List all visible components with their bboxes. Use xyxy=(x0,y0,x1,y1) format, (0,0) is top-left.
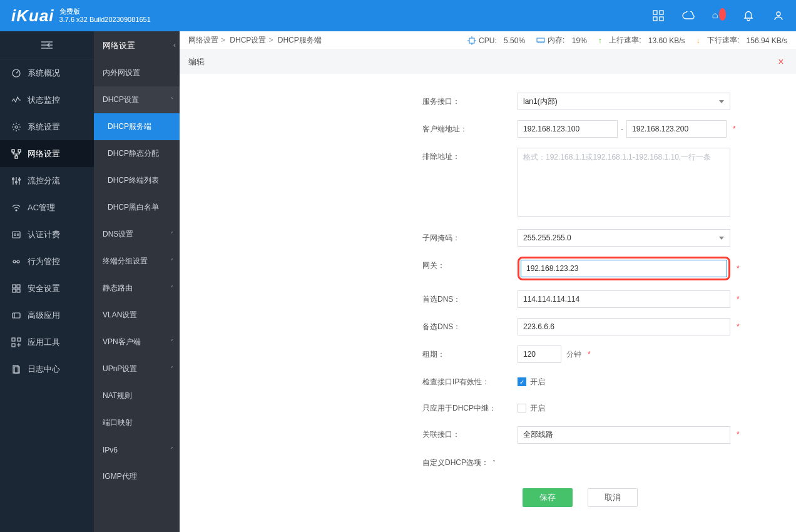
sub-label: VPN客户端 xyxy=(103,337,141,347)
bell-icon[interactable] xyxy=(742,9,755,22)
sub-child-dhcp-clients[interactable]: DHCP终端列表 xyxy=(94,167,180,194)
shield-icon xyxy=(11,284,21,294)
edition-label: 免费版 xyxy=(59,8,151,16)
tools-icon xyxy=(11,337,21,347)
nav-item-overview[interactable]: 系统概况 xyxy=(0,59,94,86)
nav-item-flow[interactable]: 流控分流 xyxy=(0,167,94,194)
sub-item-group[interactable]: 终端分组设置˅ xyxy=(94,248,180,275)
cancel-button[interactable]: 取消 xyxy=(588,488,638,507)
sub-item-dhcp[interactable]: DHCP设置˄ xyxy=(94,86,180,113)
sub-item-ipv6[interactable]: IPv6˅ xyxy=(94,436,180,463)
custom-label[interactable]: 自定义DHCP选项：˅ xyxy=(180,454,518,472)
svg-rect-38 xyxy=(469,38,474,43)
nav-item-behavior[interactable]: 行为管控 xyxy=(0,248,94,275)
nav-label: 状态监控 xyxy=(28,95,60,106)
nav-label: 认证计费 xyxy=(28,229,60,240)
exclude-textarea[interactable] xyxy=(518,148,730,217)
cpu-metric: CPU: 5.50% xyxy=(467,36,525,45)
nav-collapse-toggle[interactable] xyxy=(0,31,94,59)
secondary-nav-title: 网络设置 xyxy=(94,31,180,59)
relay-checkbox[interactable] xyxy=(518,404,526,412)
nav-label: 网络设置 xyxy=(28,148,60,160)
sub-item-vpn[interactable]: VPN客户端˅ xyxy=(94,329,180,356)
sub-child-label: DHCP服务端 xyxy=(108,121,151,132)
assoc-input[interactable] xyxy=(518,426,730,444)
primary-nav: 系统概况 状态监控 系统设置 网络设置 流控分流 AC管理 认证计费 行为管控 … xyxy=(0,31,94,532)
build-label: 3.7.6 x32 Build202309081651 xyxy=(59,16,151,24)
secondary-nav: 网络设置 ‹ 内外网设置 DHCP设置˄ DHCP服务端 DHCP静态分配 DH… xyxy=(94,31,180,532)
flow-icon xyxy=(11,176,21,186)
sub-item-upnp[interactable]: UPnP设置˅ xyxy=(94,356,180,382)
logo-text: iKuai xyxy=(11,6,54,26)
svg-point-25 xyxy=(17,260,19,263)
sub-item-nat[interactable]: NAT规则 xyxy=(94,382,180,409)
nav-label: AC管理 xyxy=(28,202,55,213)
nav-item-tools[interactable]: 应用工具 xyxy=(0,329,94,356)
checkip-text: 开启 xyxy=(530,377,545,387)
cpu-label: CPU: xyxy=(479,36,497,45)
sub-item-vlan[interactable]: VLAN设置 xyxy=(94,302,180,329)
nav-item-system[interactable]: 系统设置 xyxy=(0,113,94,140)
close-icon[interactable]: × xyxy=(775,56,787,68)
svg-rect-33 xyxy=(12,338,15,341)
sub-item-wan[interactable]: 内外网设置 xyxy=(94,59,180,86)
dns2-input[interactable] xyxy=(518,318,730,335)
svg-point-9 xyxy=(15,126,18,128)
sub-item-route[interactable]: 静态路由˅ xyxy=(94,275,180,302)
cpu-value: 5.50% xyxy=(504,36,525,45)
nav-item-advanced[interactable]: 高级应用 xyxy=(0,302,94,329)
behavior-icon xyxy=(11,257,21,267)
down-label: 下行速率: xyxy=(707,35,739,46)
chevron-down-icon: ˅ xyxy=(170,366,173,372)
version-info: 免费版 3.7.6 x32 Build202309081651 xyxy=(59,8,151,24)
lease-input[interactable] xyxy=(518,345,561,363)
up-label: 上行速率: xyxy=(609,35,641,46)
nav-item-log[interactable]: 日志中心 xyxy=(0,356,94,382)
sub-item-igmp[interactable]: IGMP代理 xyxy=(94,463,180,490)
secondary-nav-collapse-icon[interactable]: ‹ xyxy=(173,41,176,49)
breadcrumb-item[interactable]: DHCP设置 xyxy=(230,36,266,44)
sub-child-label: DHCP终端列表 xyxy=(108,175,159,186)
client-end-input[interactable] xyxy=(626,120,727,138)
gateway-highlight xyxy=(518,257,730,280)
sub-item-dns[interactable]: DNS设置˅ xyxy=(94,221,180,248)
mem-label: 内存: xyxy=(548,35,564,46)
user-icon[interactable] xyxy=(772,9,785,22)
breadcrumb-item[interactable]: DHCP服务端 xyxy=(278,36,322,44)
dashboard-icon xyxy=(11,68,21,78)
svg-rect-0 xyxy=(653,11,657,14)
sub-child-dhcp-bwlist[interactable]: DHCP黑白名单 xyxy=(94,194,180,221)
gateway-input[interactable] xyxy=(521,260,727,277)
iface-select[interactable] xyxy=(518,93,730,110)
dns1-input[interactable] xyxy=(518,290,730,308)
nav-item-status[interactable]: 状态监控 xyxy=(0,86,94,113)
custom-label-text: 自定义DHCP选项： xyxy=(422,458,489,467)
home-icon[interactable] xyxy=(712,9,725,22)
nav-item-network[interactable]: 网络设置 xyxy=(0,140,94,167)
save-button[interactable]: 保存 xyxy=(523,488,573,507)
dns2-label: 备选DNS： xyxy=(180,318,518,335)
sub-child-dhcp-static[interactable]: DHCP静态分配 xyxy=(94,140,180,167)
mask-select[interactable] xyxy=(518,229,730,247)
svg-rect-29 xyxy=(13,289,16,292)
gw-label: 网关： xyxy=(180,257,518,274)
client-start-input[interactable] xyxy=(518,120,618,138)
edit-title: 编辑 xyxy=(188,56,205,68)
sub-child-dhcp-server[interactable]: DHCP服务端 xyxy=(94,113,180,140)
arrow-down-icon: ↓ xyxy=(696,36,700,45)
sub-item-portmap[interactable]: 端口映射 xyxy=(94,409,180,436)
status-metrics: CPU: 5.50% 内存: 19% ↑ 上行速率: 13.60 KB/s ↓ … xyxy=(467,35,787,46)
lease-unit: 分钟 xyxy=(566,350,581,359)
svg-rect-30 xyxy=(17,289,20,292)
breadcrumb-item[interactable]: 网络设置 xyxy=(188,36,218,44)
checkip-checkbox[interactable]: ✓ xyxy=(518,377,526,386)
download-metric: ↓ 下行速率: 156.94 KB/s xyxy=(696,35,787,46)
apps-icon[interactable] xyxy=(652,9,665,22)
nav-item-auth[interactable]: 认证计费 xyxy=(0,221,94,248)
chevron-down-icon: ˅ xyxy=(170,231,173,238)
cloud-icon[interactable] xyxy=(682,9,695,22)
down-value: 156.94 KB/s xyxy=(747,36,787,45)
nav-label: 系统设置 xyxy=(28,121,60,133)
nav-item-security[interactable]: 安全设置 xyxy=(0,275,94,302)
nav-item-ac[interactable]: AC管理 xyxy=(0,194,94,221)
